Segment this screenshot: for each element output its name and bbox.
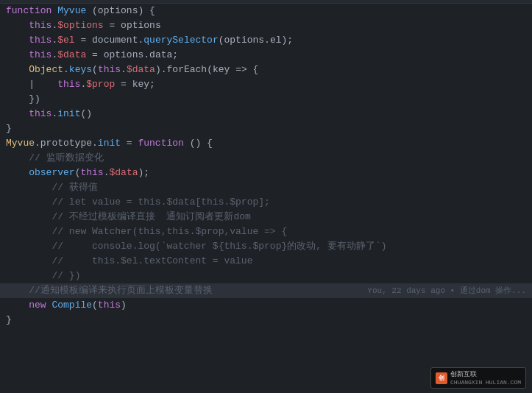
code-line: | this.$prop = key; bbox=[0, 77, 532, 92]
blame-inline: You, 22 days ago • 通过dom 操作... bbox=[326, 283, 532, 298]
code-line: // 不经过模板编译直接 通知订阅者更新dom bbox=[0, 210, 532, 224]
code-line: } bbox=[0, 313, 532, 328]
line-content: } bbox=[0, 313, 532, 328]
line-content: // new Watcher(this,this.$prop,value => … bbox=[0, 224, 532, 239]
code-line: this.$options = options bbox=[0, 18, 532, 33]
watermark-text: 创新互联CHUANGXIN HULIAN.COM bbox=[450, 369, 521, 386]
line-content: this.$data = options.data; bbox=[0, 48, 532, 63]
line-content: Myvue.prototype.init = function () { bbox=[0, 136, 532, 151]
line-content: new Compile(this) bbox=[0, 298, 532, 313]
line-content: this.$el = document.querySelector(option… bbox=[0, 33, 532, 48]
line-content: // }) bbox=[0, 269, 532, 283]
code-line: //通知模板编译来执行页面上模板变量替换You, 22 days ago • 通… bbox=[0, 283, 532, 298]
code-area: function Myvue (options) { this.$options… bbox=[0, 4, 532, 328]
watermark: 创 创新互联CHUANGXIN HULIAN.COM bbox=[430, 367, 526, 389]
code-line: Object.keys(this.$data).forEach(key => { bbox=[0, 63, 532, 77]
line-content: | this.$prop = key; bbox=[0, 77, 532, 92]
line-content: function Myvue (options) { bbox=[0, 4, 532, 18]
line-content: //通知模板编译来执行页面上模板变量替换 bbox=[0, 283, 326, 298]
code-line: this.$el = document.querySelector(option… bbox=[0, 33, 532, 48]
code-line: this.init() bbox=[0, 107, 532, 121]
code-line: // console.log(`watcher ${this.$prop}的改动… bbox=[0, 239, 532, 254]
watermark-logo: 创 bbox=[436, 372, 447, 384]
line-content: } bbox=[0, 121, 532, 136]
line-content: this.init() bbox=[0, 107, 532, 121]
line-content: // 获得值 bbox=[0, 180, 532, 195]
line-content: // 监听数据变化 bbox=[0, 151, 532, 166]
code-line: // this.$el.textContent = value bbox=[0, 254, 532, 269]
line-content: this.$options = options bbox=[0, 18, 532, 33]
line-content: // console.log(`watcher ${this.$prop}的改动… bbox=[0, 239, 532, 254]
code-line: observer(this.$data); bbox=[0, 166, 532, 180]
line-content: // let value = this.$data[this.$prop]; bbox=[0, 195, 532, 210]
code-line: // let value = this.$data[this.$prop]; bbox=[0, 195, 532, 210]
code-line: new Compile(this) bbox=[0, 298, 532, 313]
line-content: // 不经过模板编译直接 通知订阅者更新dom bbox=[0, 210, 532, 224]
line-content: Object.keys(this.$data).forEach(key => { bbox=[0, 63, 532, 77]
code-line: function Myvue (options) { bbox=[0, 4, 532, 18]
code-line: this.$data = options.data; bbox=[0, 48, 532, 63]
code-line: Myvue.prototype.init = function () { bbox=[0, 136, 532, 151]
code-line: // }) bbox=[0, 269, 532, 283]
editor-container: function Myvue (options) { this.$options… bbox=[0, 0, 532, 393]
line-content: }) bbox=[0, 92, 532, 107]
code-line: }) bbox=[0, 92, 532, 107]
line-content: // this.$el.textContent = value bbox=[0, 254, 532, 269]
code-line: } bbox=[0, 121, 532, 136]
code-line: // new Watcher(this,this.$prop,value => … bbox=[0, 224, 532, 239]
code-line: // 监听数据变化 bbox=[0, 151, 532, 166]
code-line: // 获得值 bbox=[0, 180, 532, 195]
line-content: observer(this.$data); bbox=[0, 166, 532, 180]
